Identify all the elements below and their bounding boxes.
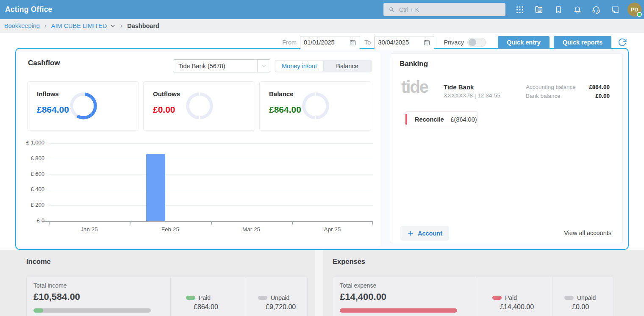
expenses-progress-fill [340,308,457,313]
calendar-icon[interactable] [349,39,356,46]
banking-card: Banking tide Tide Bank XXXXXX78 | 12-34-… [390,53,623,243]
chevron-right-icon [43,24,48,28]
company-chevron-down-icon[interactable] [110,23,116,29]
toggle-knob [469,39,476,46]
chart-gridline [49,143,373,144]
income-unpaid-value: £9,720.00 [266,303,296,311]
section-divider [315,250,323,316]
income-paid-label: Paid [199,294,211,301]
dashboard-top-panel: Cashflow Tide Bank (5678) Money in/out B… [15,48,629,250]
chart-axis-tick [372,222,373,225]
expenses-title: Expenses [333,258,365,266]
expenses-paid-column: Paid £14,400.00 [477,277,552,316]
chart-xtick-label: Jan 25 [49,226,130,233]
to-date-input[interactable]: 30/04/2025 [374,36,434,49]
filter-bar: From 01/01/2025 To 30/04/2025 Privacy Qu… [0,33,644,51]
expenses-unpaid-row: Unpaid [564,294,596,301]
privacy-label: Privacy [444,39,464,46]
chart-gridline [49,175,373,175]
balance-donut [302,92,329,119]
bank-name: Tide Bank [444,83,474,91]
expenses-unpaid-column: Unpaid £0.00 [552,277,613,316]
quick-entry-button[interactable]: Quick entry [498,36,550,49]
chart-axis-tick [130,222,130,225]
online-status-dot [637,12,642,17]
expenses-paid-label: Paid [505,294,517,301]
bank-account-selected: Tide Bank (5678) [173,63,257,69]
chevron-right-icon [119,24,124,28]
income-title: Income [26,258,51,266]
total-expense-label: Total expense [340,282,376,289]
outflows-value: £0.00 [153,105,175,115]
expenses-summary-card: Total expense £14,400.00 Paid £14,400.00 [333,277,614,316]
chart-xtick-label: Apr 25 [292,226,373,233]
balance-label: Balance [269,90,294,97]
inflows-value: £864.00 [37,105,69,115]
accounting-balance-label: Accounting balance [526,84,576,90]
total-income-label: Total income [33,282,67,289]
bank-account-select[interactable]: Tide Bank (5678) [173,59,270,72]
income-unpaid-label: Unpaid [271,294,289,301]
income-paid-row: Paid [186,294,211,301]
chart-xtick-label: Feb 25 [130,226,211,233]
unpaid-pill-icon [258,296,267,300]
chart-ytick-label: £ 0 [18,217,44,224]
add-account-button[interactable]: Account [400,226,449,241]
quick-reports-button[interactable]: Quick reports [554,36,611,49]
chevron-down-icon [257,60,270,72]
refresh-icon[interactable] [617,38,627,47]
chart-ytick-label: £ 800 [18,155,44,161]
expenses-paid-row: Paid [492,294,517,301]
summary-section: Income Total income £10,584.00 Paid £864… [0,250,644,316]
expenses-section: Expenses Total expense £14,400.00 Paid £… [323,250,629,316]
total-income-value: £10,584.00 [33,291,80,302]
global-search-input[interactable]: Ctrl + K [383,3,505,16]
chart-bar [146,154,165,221]
from-label: From [282,39,297,46]
privacy-toggle[interactable] [467,38,486,47]
outflows-metric-card: Outflows £0.00 [143,81,255,131]
calendar-icon[interactable] [423,39,430,46]
notifications-bell-icon[interactable] [573,5,582,14]
bank-balance-value: £0.00 [595,93,610,99]
apps-grid-icon[interactable] [515,5,525,14]
view-all-accounts-link[interactable]: View all accounts [564,230,611,236]
plus-icon [407,230,414,237]
unpaid-pill-icon [564,296,574,300]
reconcile-chip[interactable]: Reconcile £(864.00) [405,111,478,127]
outflows-label: Outflows [153,90,180,97]
income-summary-card: Total income £10,584.00 Paid £864.00 [26,277,308,316]
support-headset-icon[interactable] [591,5,601,14]
chart-axis-tick [49,222,50,225]
accounting-balance-value: £864.00 [589,84,610,90]
breadcrumb-bookkeeping[interactable]: Bookkeeping [4,22,40,29]
chart-ytick-label: £ 600 [18,171,44,177]
inflows-donut [70,92,97,119]
cashflow-chart: £ 1,000£ 800£ 600£ 400£ 200£ 0Jan 25Feb … [18,143,380,247]
income-unpaid-row: Unpaid [258,294,289,301]
cashflow-card: Cashflow Tide Bank (5678) Money in/out B… [18,52,380,247]
chart-ytick-label: £ 1,000 [18,139,44,146]
chart-ytick-label: £ 200 [18,202,44,208]
bookmark-icon[interactable] [554,5,563,14]
tab-balance[interactable]: Balance [323,61,371,72]
breadcrumb-company[interactable]: AIM CUBE LIMITED [51,22,107,29]
topbar: Acting Office Ctrl + K PD [0,0,644,19]
income-section: Income Total income £10,584.00 Paid £864… [15,250,315,316]
feedback-note-icon[interactable] [611,5,620,14]
breadcrumb: Bookkeeping AIM CUBE LIMITED Dashboard [0,19,644,33]
reconcile-value: £(864.00) [451,116,477,123]
tab-money-in-out[interactable]: Money in/out [275,61,323,72]
tide-bank-logo: tide [401,78,428,96]
breadcrumb-dashboard: Dashboard [127,22,159,29]
cashflow-view-tabs: Money in/out Balance [275,60,372,72]
from-date-input[interactable]: 01/01/2025 [300,36,360,49]
reconcile-accent-bar [405,114,407,125]
chart-ytick-label: £ 400 [18,186,44,192]
app-title: Acting Office [5,0,53,19]
reports-folder-icon[interactable] [534,5,544,14]
chart-gridline [49,159,373,159]
inflows-metric-card: Inflows £864.00 [27,81,139,131]
inflows-label: Inflows [37,90,59,97]
expenses-paid-value: £14,400.00 [500,303,534,311]
